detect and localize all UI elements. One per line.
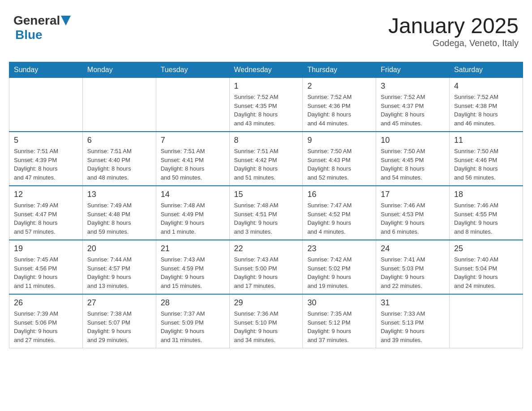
- calendar-cell: 24Sunrise: 7:41 AMSunset: 5:03 PMDayligh…: [376, 240, 450, 294]
- calendar-cell: 23Sunrise: 7:42 AMSunset: 5:02 PMDayligh…: [303, 240, 376, 294]
- location: Godega, Veneto, Italy: [388, 38, 519, 48]
- title-area: January 2025 Godega, Veneto, Italy: [388, 13, 519, 48]
- week-row-4: 19Sunrise: 7:45 AMSunset: 4:56 PMDayligh…: [9, 240, 523, 294]
- day-number: 14: [161, 190, 225, 199]
- day-info: Sunrise: 7:44 AMSunset: 4:57 PMDaylight:…: [87, 255, 151, 290]
- day-info: Sunrise: 7:38 AMSunset: 5:07 PMDaylight:…: [87, 309, 151, 344]
- day-info: Sunrise: 7:46 AMSunset: 4:53 PMDaylight:…: [381, 201, 445, 236]
- day-info: Sunrise: 7:47 AMSunset: 4:52 PMDaylight:…: [307, 201, 371, 236]
- calendar-cell: [156, 78, 229, 132]
- day-info: Sunrise: 7:52 AMSunset: 4:37 PMDaylight:…: [381, 93, 445, 128]
- calendar-cell: 14Sunrise: 7:48 AMSunset: 4:49 PMDayligh…: [156, 186, 229, 240]
- day-number: 25: [454, 244, 518, 253]
- calendar-cell: 27Sunrise: 7:38 AMSunset: 5:07 PMDayligh…: [82, 294, 156, 348]
- week-row-2: 5Sunrise: 7:51 AMSunset: 4:39 PMDaylight…: [9, 132, 523, 186]
- calendar-cell: 22Sunrise: 7:43 AMSunset: 5:00 PMDayligh…: [229, 240, 303, 294]
- day-header-tuesday: Tuesday: [156, 62, 229, 78]
- calendar-cell: [9, 78, 83, 132]
- calendar-table: SundayMondayTuesdayWednesdayThursdayFrid…: [9, 62, 523, 348]
- logo: General Blue: [13, 13, 71, 42]
- day-info: Sunrise: 7:49 AMSunset: 4:47 PMDaylight:…: [14, 201, 78, 236]
- day-number: 24: [381, 244, 445, 253]
- calendar-cell: 7Sunrise: 7:51 AMSunset: 4:41 PMDaylight…: [156, 132, 229, 186]
- logo-blue-text: Blue: [15, 28, 43, 42]
- day-number: 17: [381, 190, 445, 199]
- logo-general-text: General: [13, 13, 60, 28]
- week-row-3: 12Sunrise: 7:49 AMSunset: 4:47 PMDayligh…: [9, 186, 523, 240]
- day-info: Sunrise: 7:45 AMSunset: 4:56 PMDaylight:…: [14, 255, 78, 290]
- calendar-cell: 9Sunrise: 7:50 AMSunset: 4:43 PMDaylight…: [303, 132, 376, 186]
- day-info: Sunrise: 7:51 AMSunset: 4:41 PMDaylight:…: [161, 147, 225, 182]
- calendar-cell: [82, 78, 156, 132]
- day-info: Sunrise: 7:49 AMSunset: 4:48 PMDaylight:…: [87, 201, 151, 236]
- calendar-cell: 31Sunrise: 7:33 AMSunset: 5:13 PMDayligh…: [376, 294, 450, 348]
- day-number: 8: [234, 136, 298, 145]
- calendar-cell: 8Sunrise: 7:51 AMSunset: 4:42 PMDaylight…: [229, 132, 303, 186]
- day-number: 4: [454, 81, 518, 91]
- day-info: Sunrise: 7:36 AMSunset: 5:10 PMDaylight:…: [234, 309, 298, 344]
- day-info: Sunrise: 7:48 AMSunset: 4:49 PMDaylight:…: [161, 201, 225, 236]
- day-number: 28: [161, 298, 225, 308]
- day-info: Sunrise: 7:51 AMSunset: 4:42 PMDaylight:…: [234, 147, 298, 182]
- day-number: 3: [381, 81, 445, 91]
- calendar-cell: 13Sunrise: 7:49 AMSunset: 4:48 PMDayligh…: [82, 186, 156, 240]
- day-info: Sunrise: 7:43 AMSunset: 4:59 PMDaylight:…: [161, 255, 225, 290]
- day-number: 1: [234, 81, 298, 91]
- day-number: 11: [454, 136, 518, 145]
- calendar-cell: 2Sunrise: 7:52 AMSunset: 4:36 PMDaylight…: [303, 78, 376, 132]
- day-number: 13: [87, 190, 151, 199]
- calendar-cell: 25Sunrise: 7:40 AMSunset: 5:04 PMDayligh…: [450, 240, 523, 294]
- week-row-5: 26Sunrise: 7:39 AMSunset: 5:06 PMDayligh…: [9, 294, 523, 348]
- day-header-row: SundayMondayTuesdayWednesdayThursdayFrid…: [9, 62, 523, 78]
- day-number: 5: [14, 136, 78, 145]
- calendar-cell: 29Sunrise: 7:36 AMSunset: 5:10 PMDayligh…: [229, 294, 303, 348]
- day-number: 27: [87, 298, 151, 308]
- svg-marker-0: [61, 16, 71, 26]
- month-title: January 2025: [388, 13, 519, 38]
- calendar-cell: 6Sunrise: 7:51 AMSunset: 4:40 PMDaylight…: [82, 132, 156, 186]
- logo-triangle-icon: [61, 16, 71, 26]
- calendar-cell: 21Sunrise: 7:43 AMSunset: 4:59 PMDayligh…: [156, 240, 229, 294]
- day-info: Sunrise: 7:52 AMSunset: 4:38 PMDaylight:…: [454, 93, 518, 128]
- calendar-cell: 15Sunrise: 7:48 AMSunset: 4:51 PMDayligh…: [229, 186, 303, 240]
- calendar-cell: 20Sunrise: 7:44 AMSunset: 4:57 PMDayligh…: [82, 240, 156, 294]
- day-header-friday: Friday: [376, 62, 450, 78]
- calendar-cell: 11Sunrise: 7:50 AMSunset: 4:46 PMDayligh…: [450, 132, 523, 186]
- calendar-cell: 19Sunrise: 7:45 AMSunset: 4:56 PMDayligh…: [9, 240, 83, 294]
- day-number: 2: [307, 81, 371, 91]
- day-number: 31: [381, 298, 445, 308]
- day-header-monday: Monday: [82, 62, 156, 78]
- day-number: 29: [234, 298, 298, 308]
- day-info: Sunrise: 7:35 AMSunset: 5:12 PMDaylight:…: [307, 309, 371, 344]
- calendar-cell: 4Sunrise: 7:52 AMSunset: 4:38 PMDaylight…: [450, 78, 523, 132]
- calendar-cell: 17Sunrise: 7:46 AMSunset: 4:53 PMDayligh…: [376, 186, 450, 240]
- day-number: 6: [87, 136, 151, 145]
- calendar-cell: 1Sunrise: 7:52 AMSunset: 4:35 PMDaylight…: [229, 78, 303, 132]
- day-number: 23: [307, 244, 371, 253]
- calendar-cell: 28Sunrise: 7:37 AMSunset: 5:09 PMDayligh…: [156, 294, 229, 348]
- day-info: Sunrise: 7:33 AMSunset: 5:13 PMDaylight:…: [381, 309, 445, 344]
- day-number: 16: [307, 190, 371, 199]
- day-header-thursday: Thursday: [303, 62, 376, 78]
- calendar-cell: 16Sunrise: 7:47 AMSunset: 4:52 PMDayligh…: [303, 186, 376, 240]
- week-row-1: 1Sunrise: 7:52 AMSunset: 4:35 PMDaylight…: [9, 78, 523, 132]
- day-info: Sunrise: 7:50 AMSunset: 4:45 PMDaylight:…: [381, 147, 445, 182]
- day-number: 30: [307, 298, 371, 308]
- day-number: 20: [87, 244, 151, 253]
- day-number: 19: [14, 244, 78, 253]
- day-number: 10: [381, 136, 445, 145]
- day-header-saturday: Saturday: [450, 62, 523, 78]
- day-info: Sunrise: 7:46 AMSunset: 4:55 PMDaylight:…: [454, 201, 518, 236]
- calendar-cell: 26Sunrise: 7:39 AMSunset: 5:06 PMDayligh…: [9, 294, 83, 348]
- day-info: Sunrise: 7:48 AMSunset: 4:51 PMDaylight:…: [234, 201, 298, 236]
- day-number: 18: [454, 190, 518, 199]
- day-info: Sunrise: 7:39 AMSunset: 5:06 PMDaylight:…: [14, 309, 78, 344]
- day-info: Sunrise: 7:40 AMSunset: 5:04 PMDaylight:…: [454, 255, 518, 290]
- day-number: 26: [14, 298, 78, 308]
- day-info: Sunrise: 7:41 AMSunset: 5:03 PMDaylight:…: [381, 255, 445, 290]
- calendar-cell: [450, 294, 523, 348]
- day-info: Sunrise: 7:50 AMSunset: 4:43 PMDaylight:…: [307, 147, 371, 182]
- day-number: 9: [307, 136, 371, 145]
- day-info: Sunrise: 7:51 AMSunset: 4:39 PMDaylight:…: [14, 147, 78, 182]
- day-info: Sunrise: 7:50 AMSunset: 4:46 PMDaylight:…: [454, 147, 518, 182]
